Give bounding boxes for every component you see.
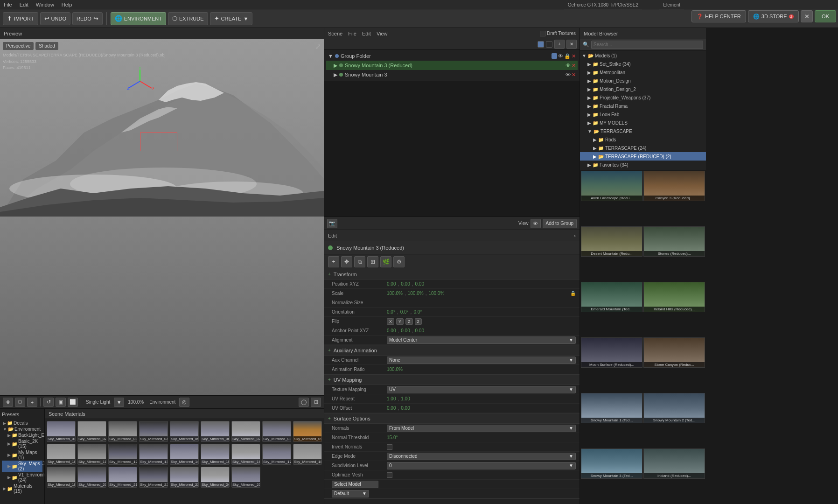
- transform-header[interactable]: + Transform: [324, 269, 580, 280]
- material-17[interactable]: Sky_Mirrored_17: [262, 444, 291, 465]
- expand-button[interactable]: ⤢: [315, 42, 321, 51]
- edit-tool-move[interactable]: ✥: [341, 256, 352, 267]
- tree-favorites[interactable]: ▶ 📁 Favorites (34): [580, 161, 706, 169]
- thumb-stone-c[interactable]: Stone Canyon (Reduc...: [643, 337, 705, 368]
- thumb-desert[interactable]: Desert Mountain (Redu...: [581, 226, 642, 257]
- search-input[interactable]: [591, 41, 703, 49]
- edit-collapse-btn[interactable]: ›: [574, 233, 576, 238]
- select-model-dropdown[interactable]: Select Model: [332, 481, 378, 488]
- viewport-nav-btn-6[interactable]: ⬜: [68, 398, 78, 407]
- surface-options-header[interactable]: + Surface Options: [324, 413, 580, 424]
- preview-viewport[interactable]: Y X Z Perspective Shaded Models/TERRA SC…: [0, 39, 324, 395]
- tree-terrascape[interactable]: ▼ 📂 TERRASCAPE: [580, 127, 706, 135]
- preset-sky-maps[interactable]: ▶ 📁 Sky_Maps_JPG_4K (2): [2, 461, 42, 472]
- aux-channel-dropdown[interactable]: None ▼: [387, 357, 576, 364]
- flip-x-btn[interactable]: X: [387, 318, 394, 325]
- help-center-button[interactable]: ❓ HELP CENTER: [691, 10, 746, 22]
- add-to-group-btn[interactable]: Add to Group: [543, 219, 577, 228]
- material-04[interactable]: Sky_Mirrored_04: [139, 421, 168, 442]
- snowy-eye-icon[interactable]: 👁: [566, 72, 571, 78]
- viewport-nav-btn-5[interactable]: ▣: [56, 398, 66, 407]
- thumb-ireland[interactable]: Ireland Hills (Reduced)...: [643, 282, 705, 312]
- viewport-nav-btn-4[interactable]: ↺: [43, 398, 54, 407]
- preset-environment[interactable]: ▼ 📂 Environment: [2, 426, 42, 432]
- group-color-chip[interactable]: [552, 53, 557, 59]
- env-btn[interactable]: ◎: [179, 398, 189, 407]
- thumb-emerald[interactable]: Emerald Mountain (Ted...: [581, 282, 642, 312]
- tree-rods[interactable]: ▶ 📁 Rods: [580, 135, 706, 144]
- material-14[interactable]: Sky_Mirrored_14: [170, 444, 199, 465]
- viewport-nav-btn-2[interactable]: ⬡: [15, 398, 25, 407]
- scene-row-snowy-reduced[interactable]: ▶ Snowy Mountain 3 (Reduced) 👁 ✕: [326, 61, 578, 70]
- aux-animation-header[interactable]: + Auxiliary Animation: [324, 345, 580, 356]
- subdivision-dropdown[interactable]: 0 ▼: [387, 462, 576, 469]
- menu-file[interactable]: File: [4, 2, 12, 7]
- perspective-btn[interactable]: Perspective: [3, 42, 34, 50]
- material-07[interactable]: Sky_Mirrored_07: [231, 421, 260, 442]
- flip-2-btn[interactable]: 2: [415, 318, 422, 325]
- uv-mapping-header[interactable]: + UV Mapping: [324, 375, 580, 385]
- scene-camera-icon[interactable]: 📷: [327, 219, 337, 228]
- import-button[interactable]: ⬆ IMPORT: [3, 12, 38, 25]
- thumb-canyon[interactable]: Canyon 3 (Reduced)...: [643, 171, 705, 201]
- scene-menu-file[interactable]: File: [348, 31, 356, 36]
- scene-menu-edit[interactable]: Edit: [362, 31, 371, 36]
- material-23[interactable]: Sky_Mirrored_23: [170, 467, 199, 488]
- edit-tool-settings[interactable]: ⚙: [393, 256, 405, 267]
- thumb-snowy2[interactable]: Snowy Mountain 2 (Ted...: [643, 393, 705, 423]
- edit-tool-copy[interactable]: ⧉: [354, 256, 365, 267]
- redo-button[interactable]: REDO ↪: [72, 12, 103, 25]
- material-13[interactable]: Sky_Mirrored_13: [139, 444, 168, 465]
- viewport-nav-btn-3[interactable]: +: [27, 398, 37, 407]
- tree-set-strike[interactable]: ▶ 📁 Set_Strike (34): [580, 60, 706, 68]
- tree-motion-design-2[interactable]: ▶ 📁 Motion_Design_2: [580, 85, 706, 93]
- material-22[interactable]: Sky_Mirrored_22: [139, 467, 168, 488]
- material-01[interactable]: Sky_Mirrored_01: [47, 421, 76, 442]
- tree-motion-design[interactable]: ▶ 📁 Motion_Design: [580, 77, 706, 85]
- material-12[interactable]: Sky_Mirrored_12: [108, 444, 137, 465]
- material-18[interactable]: Sky_Mirrored_18: [293, 444, 322, 465]
- material-03[interactable]: Sky_Mirrored_03: [108, 421, 137, 442]
- color-btn-1[interactable]: [538, 41, 544, 48]
- preset-decals[interactable]: ▶ 📁 Decals: [2, 420, 42, 426]
- material-15[interactable]: Sky_Mirrored_15: [201, 444, 230, 465]
- create-button[interactable]: ✦ CREATE ▼: [210, 12, 253, 25]
- tree-fractal[interactable]: ▶ 📁 Fractal Rama: [580, 102, 706, 110]
- material-11[interactable]: Sky_Mirrored_11: [77, 444, 106, 465]
- flip-z-btn[interactable]: Z: [405, 318, 413, 325]
- tree-my-models[interactable]: ▶ 📁 MY MODELS: [580, 119, 706, 127]
- group-eye-icon[interactable]: 👁: [558, 53, 563, 59]
- edit-tool-env[interactable]: 🌿: [380, 256, 391, 267]
- snowy-reduced-delete-icon[interactable]: ✕: [572, 63, 576, 69]
- default-dropdown[interactable]: Default ▼: [332, 490, 369, 497]
- optimize-mesh-checkbox[interactable]: [387, 472, 392, 478]
- preset-v1-env[interactable]: ▶ 📁 V1_Environment (24): [2, 472, 42, 483]
- color-btn-2[interactable]: [546, 41, 552, 48]
- thumb-inkland[interactable]: Inkland (Reduced)...: [643, 448, 705, 479]
- thumb-alien[interactable]: Alien Landscape (Redu...: [581, 171, 642, 201]
- scene-menu-view[interactable]: View: [377, 31, 388, 36]
- scene-row-snowy[interactable]: ▶ Snowy Mountain 3 👁 ✕: [326, 70, 578, 79]
- scene-top-btn-1[interactable]: +: [554, 40, 565, 49]
- flip-y-btn[interactable]: Y: [396, 318, 404, 325]
- group-lock-icon[interactable]: 🔒: [564, 53, 571, 59]
- scene-viewport[interactable]: + ✕ ▼ Group Folder 👁 🔒 ✕: [324, 39, 580, 217]
- edit-tool-dup[interactable]: ⊞: [367, 256, 378, 267]
- snowy-reduced-eye-icon[interactable]: 👁: [566, 63, 571, 69]
- material-02[interactable]: Sky_Mirrored_02: [77, 421, 106, 442]
- normals-dropdown[interactable]: From Model ▼: [387, 425, 576, 432]
- preset-basic-2k[interactable]: ▶ 📁 Basic_2K (15): [2, 438, 42, 449]
- material-08[interactable]: Sky_Mirrored_08: [262, 421, 291, 442]
- tree-models[interactable]: ▼ 📂 Models (1): [580, 51, 706, 60]
- store-button[interactable]: 🌐 3D STORE 2: [748, 10, 799, 22]
- material-19[interactable]: Sky_Mirrored_19: [47, 467, 76, 488]
- invert-normals-checkbox[interactable]: [387, 444, 392, 450]
- scale-lock-icon[interactable]: 🔒: [570, 291, 576, 296]
- material-25[interactable]: Sky_Mirrored_25: [231, 467, 260, 488]
- shading-btn[interactable]: Shaded: [35, 42, 58, 50]
- material-06[interactable]: Sky_Mirrored_06: [201, 421, 230, 442]
- material-05[interactable]: Sky_Mirrored_05: [170, 421, 199, 442]
- material-09[interactable]: Sky_Mirrored_09: [293, 421, 322, 442]
- vp-right-btn-1[interactable]: ◯: [299, 398, 309, 407]
- material-16[interactable]: Sky_Mirrored_16: [231, 444, 260, 465]
